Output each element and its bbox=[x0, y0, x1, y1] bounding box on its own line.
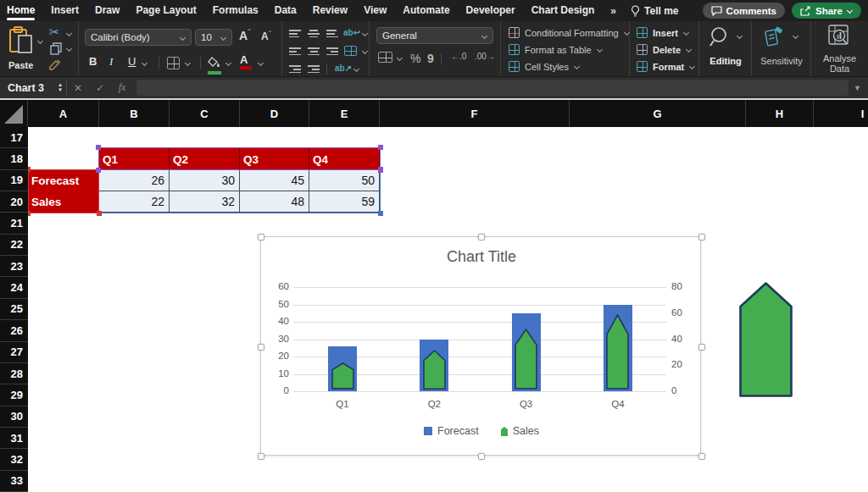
increase-decimal-button[interactable]: ←.0 bbox=[451, 52, 466, 61]
underline-button[interactable]: U bbox=[128, 55, 136, 68]
column-header-E[interactable]: E bbox=[309, 100, 380, 127]
cell-value[interactable]: 59 bbox=[309, 191, 380, 213]
cut-chevron-icon[interactable] bbox=[66, 30, 72, 36]
pentagon-sales-q2[interactable] bbox=[423, 350, 446, 390]
paste-button[interactable] bbox=[8, 26, 34, 58]
font-size-select[interactable]: 10 bbox=[195, 29, 232, 46]
shrink-font-button[interactable]: Aˇ bbox=[261, 30, 271, 42]
name-box-stepper[interactable]: ▲▼ bbox=[58, 83, 63, 92]
tab-view[interactable]: View bbox=[364, 1, 387, 21]
borders-chevron-icon[interactable] bbox=[185, 60, 191, 66]
legend-item-sales[interactable]: Sales bbox=[501, 425, 539, 437]
accounting-chevron-icon[interactable] bbox=[397, 55, 403, 61]
chart-selection-handle[interactable] bbox=[258, 453, 264, 460]
cell-quarter-header-Q4[interactable]: Q4 bbox=[309, 148, 380, 169]
formula-bar-expand-icon[interactable]: ▼ bbox=[854, 84, 868, 92]
sensitivity-tag-icon[interactable] bbox=[764, 26, 786, 48]
pentagon-arrow-shape[interactable] bbox=[739, 282, 793, 397]
row-header-19[interactable]: 19 bbox=[0, 170, 28, 191]
tab-insert[interactable]: Insert bbox=[51, 1, 79, 21]
comments-button[interactable]: Comments bbox=[703, 3, 785, 19]
bold-button[interactable]: B bbox=[89, 55, 97, 68]
wrap-chevron-icon[interactable] bbox=[362, 30, 368, 36]
row-header-21[interactable]: 21 bbox=[0, 213, 28, 234]
row-header-33[interactable]: 33 bbox=[0, 471, 28, 492]
column-header-G[interactable]: G bbox=[570, 100, 746, 127]
insert-cells-button[interactable]: Insert bbox=[637, 27, 689, 38]
row-header-18[interactable]: 18 bbox=[0, 148, 28, 169]
sensitivity-chevron-icon[interactable] bbox=[793, 33, 798, 39]
orientation-chevron-icon[interactable] bbox=[353, 66, 359, 72]
grow-font-button[interactable]: Aˇ̇ bbox=[239, 28, 250, 42]
tab-review[interactable]: Review bbox=[313, 1, 348, 21]
italic-button[interactable]: I bbox=[109, 55, 113, 69]
row-header-32[interactable]: 32 bbox=[0, 449, 28, 470]
analyse-data-label[interactable]: AnalyseData bbox=[811, 53, 868, 74]
legend-item-forecast[interactable]: Forecast bbox=[424, 425, 479, 437]
column-header-C[interactable]: C bbox=[170, 100, 240, 127]
row-header-27[interactable]: 27 bbox=[0, 342, 28, 363]
column-header-D[interactable]: D bbox=[240, 100, 309, 127]
column-header-F[interactable]: F bbox=[380, 100, 570, 127]
column-header-B[interactable]: B bbox=[99, 100, 170, 127]
tab-developer[interactable]: Developer bbox=[466, 1, 515, 21]
tab-automate[interactable]: Automate bbox=[403, 1, 449, 21]
comma-style-button[interactable]: 9 bbox=[427, 52, 434, 65]
copy-chevron-icon[interactable] bbox=[66, 46, 72, 52]
insert-function-button[interactable]: fx bbox=[111, 81, 133, 94]
enter-button[interactable]: ✓ bbox=[89, 82, 111, 94]
chart-selection-handle[interactable] bbox=[478, 453, 485, 460]
cell-quarter-header-Q1[interactable]: Q1 bbox=[99, 148, 170, 169]
accounting-format-icon[interactable] bbox=[378, 52, 392, 63]
tab-page-layout[interactable]: Page Layout bbox=[136, 1, 196, 21]
decrease-indent-icon[interactable] bbox=[289, 64, 301, 75]
chart-selection-handle[interactable] bbox=[698, 344, 705, 351]
cell-value[interactable]: 32 bbox=[170, 191, 240, 213]
row-header-23[interactable]: 23 bbox=[0, 256, 28, 277]
align-top-icon[interactable] bbox=[289, 28, 301, 40]
cut-icon[interactable]: ✂ bbox=[49, 25, 60, 40]
editing-magnifier-icon[interactable] bbox=[709, 26, 732, 48]
tab-data[interactable]: Data bbox=[275, 1, 297, 21]
cell-value[interactable]: 30 bbox=[170, 170, 240, 191]
format-as-table-button[interactable]: Format as Table bbox=[509, 44, 603, 55]
align-left-icon[interactable] bbox=[289, 46, 301, 58]
align-middle-icon[interactable] bbox=[308, 28, 320, 40]
font-name-select[interactable]: Calibri (Body) bbox=[85, 29, 192, 46]
tab-chart-design[interactable]: Chart Design bbox=[531, 1, 595, 21]
align-bottom-icon[interactable] bbox=[326, 28, 338, 40]
cell-quarter-header-Q3[interactable]: Q3 bbox=[240, 148, 309, 169]
chart-object[interactable]: Chart Title 0102030405060020406080Q1Q2Q3… bbox=[260, 236, 701, 456]
row-header-20[interactable]: 20 bbox=[0, 191, 28, 213]
align-center-icon[interactable] bbox=[308, 46, 320, 58]
tab-home[interactable]: Home bbox=[7, 1, 35, 21]
cell-value[interactable]: 22 bbox=[99, 191, 170, 213]
wrap-text-icon[interactable]: ab↩ bbox=[343, 28, 360, 37]
cell-styles-button[interactable]: Cell Styles bbox=[509, 61, 580, 72]
cell-value[interactable]: 50 bbox=[309, 170, 380, 191]
row-header-17[interactable]: 17 bbox=[0, 127, 28, 148]
align-right-icon[interactable] bbox=[326, 46, 338, 58]
cell-series-label-sales[interactable]: Sales bbox=[28, 191, 99, 213]
sheet-cells-area[interactable]: Q1Q2Q3Q4Forecast26304550Sales22324859 Ch… bbox=[28, 127, 868, 492]
tab-draw[interactable]: Draw bbox=[95, 1, 120, 21]
number-format-select[interactable]: General bbox=[376, 27, 493, 44]
chart-title[interactable]: Chart Title bbox=[261, 248, 702, 266]
row-header-29[interactable]: 29 bbox=[0, 384, 28, 406]
formula-input[interactable] bbox=[136, 80, 849, 96]
cell-value[interactable]: 26 bbox=[99, 170, 170, 191]
analyse-data-icon[interactable] bbox=[828, 25, 852, 48]
chart-selection-handle[interactable] bbox=[258, 234, 264, 240]
chart-selection-handle[interactable] bbox=[478, 234, 485, 240]
chart-legend[interactable]: ForecastSales bbox=[261, 425, 702, 437]
decrease-decimal-button[interactable]: .00→ bbox=[475, 52, 495, 61]
cell-series-label-forecast[interactable]: Forecast bbox=[28, 170, 99, 191]
cell-value[interactable]: 48 bbox=[240, 191, 309, 213]
format-painter-icon[interactable] bbox=[49, 59, 62, 71]
format-cells-button[interactable]: Format bbox=[637, 61, 695, 72]
tab-formulas[interactable]: Formulas bbox=[213, 1, 259, 21]
row-header-25[interactable]: 25 bbox=[0, 299, 28, 320]
column-header-I[interactable]: I bbox=[814, 100, 868, 127]
delete-cells-button[interactable]: Delete bbox=[637, 44, 692, 55]
row-header-22[interactable]: 22 bbox=[0, 235, 28, 256]
